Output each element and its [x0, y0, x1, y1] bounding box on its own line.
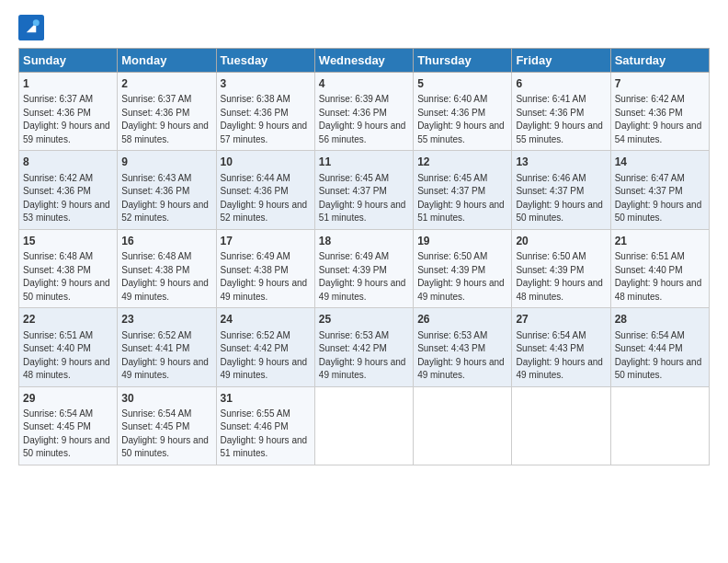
daylight-label: Daylight: 9 hours and 50 minutes. — [615, 357, 702, 381]
sunrise-label: Sunrise: 6:42 AM — [615, 94, 685, 104]
day-number: 6 — [516, 76, 606, 92]
calendar-cell: 23Sunrise: 6:52 AMSunset: 4:41 PMDayligh… — [118, 308, 216, 386]
sunrise-label: Sunrise: 6:41 AM — [516, 94, 586, 104]
sunset-label: Sunset: 4:36 PM — [319, 108, 387, 118]
sunset-label: Sunset: 4:39 PM — [516, 265, 584, 275]
sunset-label: Sunset: 4:36 PM — [121, 186, 189, 196]
calendar-cell: 11Sunrise: 6:45 AMSunset: 4:37 PMDayligh… — [314, 151, 413, 229]
calendar-cell: 8Sunrise: 6:42 AMSunset: 4:36 PMDaylight… — [19, 151, 118, 229]
sunset-label: Sunset: 4:42 PM — [319, 343, 387, 353]
daylight-label: Daylight: 9 hours and 50 minutes. — [121, 435, 209, 459]
sunrise-label: Sunrise: 6:53 AM — [417, 330, 487, 340]
sunset-label: Sunset: 4:36 PM — [23, 186, 91, 196]
calendar-cell — [414, 386, 512, 465]
calendar-cell: 9Sunrise: 6:43 AMSunset: 4:36 PMDaylight… — [118, 151, 216, 229]
calendar-cell: 13Sunrise: 6:46 AMSunset: 4:37 PMDayligh… — [512, 151, 610, 229]
daylight-label: Daylight: 9 hours and 49 minutes. — [319, 357, 406, 381]
daylight-label: Daylight: 9 hours and 54 minutes. — [615, 121, 702, 144]
calendar-cell: 10Sunrise: 6:44 AMSunset: 4:36 PMDayligh… — [216, 151, 314, 229]
sunrise-label: Sunrise: 6:43 AM — [121, 173, 191, 183]
day-number: 20 — [516, 234, 606, 249]
sunrise-label: Sunrise: 6:54 AM — [23, 408, 93, 419]
sunset-label: Sunset: 4:38 PM — [121, 265, 189, 275]
sunset-label: Sunset: 4:43 PM — [516, 343, 584, 353]
calendar-cell: 6Sunrise: 6:41 AMSunset: 4:36 PMDaylight… — [512, 73, 610, 151]
sunset-label: Sunset: 4:36 PM — [221, 186, 289, 196]
calendar-cell: 22Sunrise: 6:51 AMSunset: 4:40 PMDayligh… — [19, 308, 118, 386]
sunrise-label: Sunrise: 6:39 AM — [319, 94, 389, 104]
sunrise-label: Sunrise: 6:54 AM — [615, 330, 685, 340]
col-header-thursday: Thursday — [414, 49, 512, 73]
calendar-cell: 27Sunrise: 6:54 AMSunset: 4:43 PMDayligh… — [512, 308, 610, 386]
sunrise-label: Sunrise: 6:47 AM — [615, 173, 685, 183]
calendar-cell: 25Sunrise: 6:53 AMSunset: 4:42 PMDayligh… — [314, 308, 413, 386]
daylight-label: Daylight: 9 hours and 49 minutes. — [121, 357, 209, 381]
calendar-cell — [314, 386, 413, 465]
logo — [18, 15, 48, 40]
sunset-label: Sunset: 4:37 PM — [319, 186, 387, 196]
daylight-label: Daylight: 9 hours and 50 minutes. — [615, 200, 702, 224]
sunset-label: Sunset: 4:38 PM — [221, 265, 289, 275]
daylight-label: Daylight: 9 hours and 57 minutes. — [221, 121, 308, 144]
sunrise-label: Sunrise: 6:40 AM — [417, 94, 487, 104]
sunrise-label: Sunrise: 6:37 AM — [121, 94, 191, 104]
sunrise-label: Sunrise: 6:46 AM — [516, 173, 586, 183]
daylight-label: Daylight: 9 hours and 48 minutes. — [615, 278, 702, 302]
sunset-label: Sunset: 4:43 PM — [417, 343, 485, 353]
col-header-wednesday: Wednesday — [314, 49, 413, 73]
day-number: 19 — [417, 234, 507, 249]
day-number: 21 — [615, 234, 705, 249]
sunset-label: Sunset: 4:42 PM — [221, 343, 289, 353]
sunset-label: Sunset: 4:38 PM — [23, 265, 91, 275]
day-number: 10 — [221, 155, 311, 170]
daylight-label: Daylight: 9 hours and 55 minutes. — [417, 121, 505, 144]
daylight-label: Daylight: 9 hours and 49 minutes. — [417, 357, 505, 381]
calendar-cell: 12Sunrise: 6:45 AMSunset: 4:37 PMDayligh… — [414, 151, 512, 229]
calendar-cell: 5Sunrise: 6:40 AMSunset: 4:36 PMDaylight… — [414, 73, 512, 151]
calendar-cell: 17Sunrise: 6:49 AMSunset: 4:38 PMDayligh… — [216, 229, 314, 307]
sunset-label: Sunset: 4:39 PM — [417, 265, 485, 275]
sunrise-label: Sunrise: 6:54 AM — [516, 330, 586, 340]
day-number: 23 — [121, 312, 211, 327]
calendar-cell: 19Sunrise: 6:50 AMSunset: 4:39 PMDayligh… — [414, 229, 512, 307]
daylight-label: Daylight: 9 hours and 52 minutes. — [221, 200, 308, 224]
day-number: 4 — [319, 76, 409, 92]
daylight-label: Daylight: 9 hours and 49 minutes. — [319, 278, 406, 302]
day-number: 25 — [319, 312, 409, 327]
sunset-label: Sunset: 4:36 PM — [615, 108, 683, 118]
col-header-saturday: Saturday — [610, 49, 709, 73]
calendar-cell: 15Sunrise: 6:48 AMSunset: 4:38 PMDayligh… — [19, 229, 118, 307]
day-number: 5 — [417, 76, 507, 92]
daylight-label: Daylight: 9 hours and 49 minutes. — [417, 278, 505, 302]
day-number: 24 — [221, 312, 311, 327]
daylight-label: Daylight: 9 hours and 48 minutes. — [516, 278, 603, 302]
sunrise-label: Sunrise: 6:52 AM — [221, 330, 290, 340]
sunrise-label: Sunrise: 6:45 AM — [319, 173, 389, 183]
sunrise-label: Sunrise: 6:52 AM — [121, 330, 191, 340]
calendar-cell: 4Sunrise: 6:39 AMSunset: 4:36 PMDaylight… — [314, 73, 413, 151]
day-number: 16 — [121, 234, 211, 249]
sunrise-label: Sunrise: 6:50 AM — [417, 251, 487, 261]
calendar-cell: 31Sunrise: 6:55 AMSunset: 4:46 PMDayligh… — [216, 386, 314, 465]
sunrise-label: Sunrise: 6:48 AM — [23, 251, 93, 261]
calendar-cell: 14Sunrise: 6:47 AMSunset: 4:37 PMDayligh… — [610, 151, 709, 229]
day-number: 22 — [23, 312, 113, 327]
col-header-monday: Monday — [118, 49, 216, 73]
day-number: 9 — [121, 155, 211, 170]
day-number: 31 — [221, 391, 311, 407]
daylight-label: Daylight: 9 hours and 58 minutes. — [121, 121, 209, 144]
day-number: 29 — [23, 391, 113, 407]
calendar-cell: 7Sunrise: 6:42 AMSunset: 4:36 PMDaylight… — [610, 73, 709, 151]
sunset-label: Sunset: 4:37 PM — [615, 186, 683, 196]
sunset-label: Sunset: 4:36 PM — [417, 108, 485, 118]
sunrise-label: Sunrise: 6:45 AM — [417, 173, 487, 183]
calendar-cell: 20Sunrise: 6:50 AMSunset: 4:39 PMDayligh… — [512, 229, 610, 307]
day-number: 11 — [319, 155, 409, 170]
day-number: 13 — [516, 155, 606, 170]
sunset-label: Sunset: 4:44 PM — [615, 343, 683, 353]
daylight-label: Daylight: 9 hours and 51 minutes. — [319, 200, 406, 224]
daylight-label: Daylight: 9 hours and 49 minutes. — [221, 278, 308, 302]
sunrise-label: Sunrise: 6:44 AM — [221, 173, 290, 183]
col-header-tuesday: Tuesday — [216, 49, 314, 73]
daylight-label: Daylight: 9 hours and 51 minutes. — [417, 200, 505, 224]
